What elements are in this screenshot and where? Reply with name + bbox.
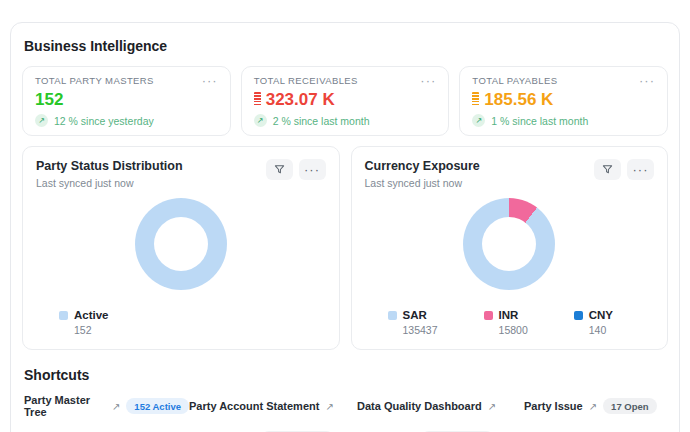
kpi-row: TOTAL PARTY MASTERS ··· 152 ↗ 12 % since… bbox=[22, 66, 668, 136]
more-icon: ··· bbox=[304, 166, 320, 174]
kpi-card-total-receivables: TOTAL RECEIVABLES ··· 323.07 K ↗ 2 % sin… bbox=[241, 66, 450, 136]
filter-icon bbox=[274, 164, 285, 175]
kpi-value: 152 bbox=[35, 91, 63, 108]
kpi-card-total-party-masters: TOTAL PARTY MASTERS ··· 152 ↗ 12 % since… bbox=[22, 66, 231, 136]
chart-legend: SAR 135437 INR 15800 CNY 140 bbox=[388, 309, 614, 336]
legend-swatch bbox=[574, 311, 583, 320]
shortcut-label: Party Account Statement bbox=[189, 400, 319, 412]
kpi-label: TOTAL RECEIVABLES bbox=[254, 75, 358, 86]
more-icon[interactable]: ··· bbox=[420, 77, 436, 85]
shortcuts-title: Shortcuts bbox=[24, 367, 668, 383]
arrow-ne-icon: ↗ bbox=[325, 401, 333, 412]
donut-hole bbox=[154, 217, 208, 271]
chart-card-currency-exposure: Currency Exposure Last synced just now ·… bbox=[351, 146, 669, 350]
legend-item-sar: SAR 135437 bbox=[388, 309, 438, 336]
legend-label: CNY bbox=[589, 309, 613, 321]
chart-title: Currency Exposure bbox=[365, 159, 480, 173]
legend-swatch bbox=[484, 311, 493, 320]
legend-label: INR bbox=[499, 309, 519, 321]
legend-item-cny: CNY 140 bbox=[574, 309, 613, 336]
charts-row: Party Status Distribution Last synced ju… bbox=[22, 146, 668, 350]
filter-button[interactable] bbox=[266, 159, 293, 180]
kpi-value: 323.07 K bbox=[266, 91, 335, 108]
legend-item-inr: INR 15800 bbox=[484, 309, 528, 336]
filter-icon bbox=[602, 164, 613, 175]
kpi-label: TOTAL PAYABLES bbox=[472, 75, 557, 86]
page-title: Business Intelligence bbox=[24, 38, 668, 54]
more-button[interactable]: ··· bbox=[299, 159, 326, 180]
chart-legend: Active 152 bbox=[59, 309, 109, 336]
trend-up-icon: ↗ bbox=[35, 114, 48, 127]
arrow-ne-icon: ↗ bbox=[112, 401, 120, 412]
filter-button[interactable] bbox=[594, 159, 621, 180]
shortcut-party-master-tree[interactable]: Party Master Tree ↗ 152 Active bbox=[24, 394, 189, 418]
chart-card-party-status-distribution: Party Status Distribution Last synced ju… bbox=[22, 146, 340, 350]
shortcut-party-account-statement[interactable]: Party Account Statement ↗ bbox=[189, 394, 357, 418]
shortcuts-grid: Party Master Tree ↗ 152 Active Party Acc… bbox=[22, 394, 668, 432]
arrow-ne-icon: ↗ bbox=[589, 401, 597, 412]
arrow-ne-icon: ↗ bbox=[488, 401, 496, 412]
legend-swatch bbox=[388, 311, 397, 320]
legend-value: 152 bbox=[74, 324, 109, 336]
shortcut-data-quality-dashboard[interactable]: Data Quality Dashboard ↗ bbox=[357, 394, 524, 418]
shortcut-party-issue[interactable]: Party Issue ↗ 17 Open bbox=[524, 394, 668, 418]
legend-value: 15800 bbox=[499, 324, 528, 336]
donut-chart-party-status bbox=[135, 198, 227, 290]
chart-subtitle: Last synced just now bbox=[365, 177, 480, 189]
legend-label: Active bbox=[74, 309, 109, 321]
kpi-change-text: 2 % since last month bbox=[273, 115, 370, 127]
kpi-value: 185.56 K bbox=[484, 91, 553, 108]
shortcut-badge: 17 Open bbox=[603, 398, 657, 414]
stacked-bars-icon bbox=[472, 92, 479, 107]
trend-up-icon: ↗ bbox=[254, 114, 267, 127]
legend-value: 140 bbox=[589, 324, 613, 336]
shortcut-label: Data Quality Dashboard bbox=[357, 400, 482, 412]
donut-hole bbox=[482, 217, 536, 271]
legend-value: 135437 bbox=[403, 324, 438, 336]
dashboard-panel: Business Intelligence TOTAL PARTY MASTER… bbox=[10, 22, 680, 432]
kpi-change: ↗ 12 % since yesterday bbox=[35, 114, 218, 127]
donut-chart-currency-exposure bbox=[463, 198, 555, 290]
legend-label: SAR bbox=[403, 309, 427, 321]
kpi-label: TOTAL PARTY MASTERS bbox=[35, 75, 154, 86]
chart-subtitle: Last synced just now bbox=[36, 177, 183, 189]
kpi-change: ↗ 2 % since last month bbox=[254, 114, 437, 127]
more-button[interactable]: ··· bbox=[627, 159, 654, 180]
trend-up-icon: ↗ bbox=[472, 114, 485, 127]
stacked-bars-icon bbox=[254, 92, 261, 107]
legend-item-active: Active 152 bbox=[59, 309, 109, 336]
more-icon[interactable]: ··· bbox=[639, 77, 655, 85]
more-icon[interactable]: ··· bbox=[202, 77, 218, 85]
chart-title: Party Status Distribution bbox=[36, 159, 183, 173]
kpi-card-total-payables: TOTAL PAYABLES ··· 185.56 K ↗ 1 % since … bbox=[459, 66, 668, 136]
kpi-change: ↗ 1 % since last month bbox=[472, 114, 655, 127]
shortcut-label: Party Master Tree bbox=[24, 394, 106, 418]
more-icon: ··· bbox=[633, 166, 649, 174]
legend-swatch bbox=[59, 311, 68, 320]
shortcut-badge: 152 Active bbox=[126, 398, 189, 414]
kpi-change-text: 12 % since yesterday bbox=[54, 115, 154, 127]
kpi-change-text: 1 % since last month bbox=[491, 115, 588, 127]
shortcut-label: Party Issue bbox=[524, 400, 583, 412]
